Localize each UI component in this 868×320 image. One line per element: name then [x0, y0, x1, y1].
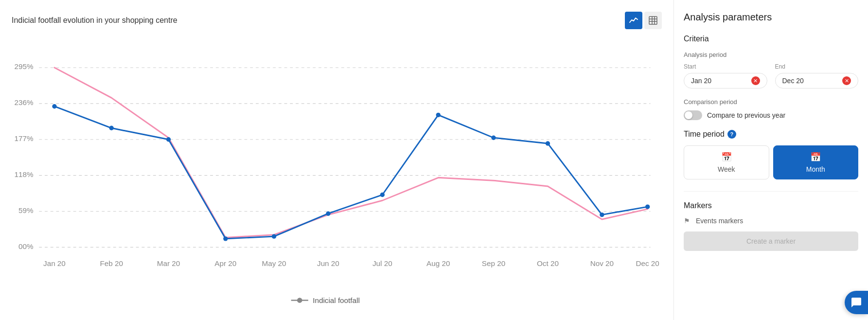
blue-dot-oct [546, 141, 550, 145]
toggle-knob [685, 111, 692, 119]
legend-dot-icon [298, 298, 302, 302]
x-label-jan: Jan 20 [43, 259, 66, 267]
time-period-section: Time period ? 📅 Week 📅 Month [684, 130, 858, 179]
blue-dot-sep [491, 136, 496, 140]
x-label-feb: Feb 20 [100, 259, 123, 267]
blue-line [54, 107, 648, 239]
date-inputs: Start Jan 20 ✕ End Dec 20 ✕ [684, 63, 858, 89]
x-label-aug: Aug 20 [426, 259, 450, 267]
panel-title: Analysis parameters [684, 12, 858, 23]
legend-label: Indicial footfall [313, 296, 360, 304]
chart-view-buttons [625, 12, 662, 29]
create-marker-button: Create a marker [684, 231, 858, 251]
divider [684, 191, 858, 192]
create-marker-label: Create a marker [746, 237, 796, 245]
month-label: Month [806, 165, 825, 173]
chat-button[interactable] [845, 291, 868, 314]
blue-dot-aug [436, 113, 441, 117]
help-icon[interactable]: ? [727, 130, 736, 139]
end-date-field: End Dec 20 ✕ [775, 63, 859, 89]
y-label-118: 118% [15, 170, 34, 178]
events-marker-icon: ⚑ [684, 217, 690, 225]
chat-icon [850, 297, 862, 308]
x-label-apr: Apr 20 [214, 259, 236, 267]
blue-dot-jan [52, 104, 56, 108]
main-panel: Indicial footfall evolution in your shop… [0, 0, 673, 320]
blue-dot-feb [109, 126, 114, 130]
table-chart-button[interactable] [644, 12, 662, 29]
markers-section: Markers ⚑ Events markers Create a marker [684, 201, 858, 251]
x-label-jul: Jul 20 [372, 259, 392, 267]
compare-toggle[interactable] [684, 110, 702, 120]
svg-rect-0 [649, 17, 657, 24]
y-label-295: 295% [15, 63, 34, 71]
start-label: Start [684, 63, 767, 70]
start-date-value: Jan 20 [691, 77, 711, 85]
x-label-may: May 20 [262, 259, 286, 267]
help-icon-text: ? [730, 131, 734, 137]
markers-title: Markers [684, 201, 712, 210]
events-markers-row: ⚑ Events markers [684, 217, 858, 225]
end-date-value: Dec 20 [782, 77, 804, 85]
x-label-jun: Jun 20 [317, 259, 339, 267]
y-label-177: 177% [15, 134, 34, 142]
time-buttons: 📅 Week 📅 Month [684, 145, 858, 179]
blue-dot-jun [326, 212, 330, 216]
start-date-input[interactable]: Jan 20 ✕ [684, 73, 767, 89]
week-calendar-icon: 📅 [721, 152, 732, 162]
line-chart-icon [629, 16, 638, 25]
start-date-field: Start Jan 20 ✕ [684, 63, 767, 89]
blue-dot-mar [166, 137, 171, 142]
x-label-mar: Mar 20 [157, 259, 180, 267]
blue-dot-dec [645, 204, 650, 209]
y-label-59: 59% [18, 206, 34, 214]
x-label-dec: Dec 20 [636, 259, 659, 267]
markers-header: Markers [684, 201, 858, 210]
end-date-input[interactable]: Dec 20 ✕ [775, 73, 859, 89]
x-label-sep: Sep 20 [482, 259, 505, 267]
comparison-period-label: Comparison period [684, 98, 858, 106]
end-date-clear-button[interactable]: ✕ [842, 76, 851, 85]
blue-dot-may [272, 234, 276, 238]
events-markers-label: Events markers [696, 217, 743, 225]
time-period-header: Time period ? [684, 130, 858, 139]
chart-svg: 295% 236% 177% 118% 59% 00% Jan 20 Feb 2… [12, 37, 662, 320]
comparison-period-section: Comparison period Compare to previous ye… [684, 98, 858, 120]
time-period-title: Time period [684, 130, 725, 139]
end-label: End [775, 63, 859, 70]
criteria-title: Criteria [684, 35, 858, 43]
y-label-0: 00% [18, 242, 34, 250]
week-button[interactable]: 📅 Week [684, 145, 769, 179]
blue-dot-apr [223, 236, 228, 241]
x-label-oct: Oct 20 [537, 259, 559, 267]
blue-dot-jul [380, 193, 385, 197]
pink-line [54, 68, 648, 237]
month-calendar-icon: 📅 [810, 152, 821, 162]
table-icon [648, 16, 658, 25]
chart-title: Indicial footfall evolution in your shop… [12, 16, 177, 25]
right-panel: Analysis parameters Criteria Analysis pe… [673, 0, 868, 320]
month-button[interactable]: 📅 Month [773, 145, 859, 179]
compare-toggle-label: Compare to previous year [707, 111, 785, 119]
y-label-236: 236% [15, 98, 34, 107]
week-label: Week [718, 165, 735, 173]
analysis-period-label: Analysis period [684, 51, 858, 58]
x-label-nov: Nov 20 [590, 259, 614, 267]
criteria-section: Criteria Analysis period Start Jan 20 ✕ … [684, 35, 858, 251]
chart-area: 295% 236% 177% 118% 59% 00% Jan 20 Feb 2… [12, 37, 662, 320]
compare-toggle-row: Compare to previous year [684, 110, 858, 120]
blue-dot-nov [600, 213, 604, 217]
line-chart-button[interactable] [625, 12, 642, 29]
start-date-clear-button[interactable]: ✕ [751, 76, 760, 85]
chart-header: Indicial footfall evolution in your shop… [12, 12, 662, 29]
